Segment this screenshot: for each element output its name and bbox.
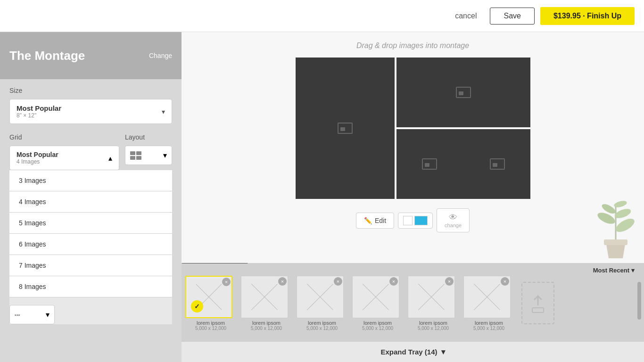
tray-image-item-3[interactable]: × lorem ipsom 5,000 x 12,000 [297, 276, 347, 331]
tray-image-item-1[interactable]: × ✓ lorem ipsom 5,000 x 12,000 [185, 276, 236, 331]
tray-image-name-1: lorem ipsom [185, 320, 236, 326]
plant-decoration [597, 192, 635, 258]
thumb-remove-btn-6[interactable]: × [501, 277, 509, 286]
montage-cell-2[interactable] [396, 58, 530, 127]
tray-image-item-2[interactable]: × lorem ipsom 5,000 x 12,000 [241, 276, 292, 331]
tray-image-item-6[interactable]: × lorem ipsom 5,000 x 12,000 [463, 276, 514, 331]
grid-option-4[interactable]: 4 Images [9, 191, 172, 213]
tray-image-dim-4: 5,000 x 12,000 [352, 326, 403, 331]
image-placeholder-icon-3 [422, 158, 437, 170]
grid-section: Grid Most Popular 4 Images ▴ [9, 133, 119, 170]
size-main: Most Popular [17, 104, 61, 112]
size-dropdown-text: Most Popular 8" × 12" [17, 104, 61, 119]
montage-toolbar: ✏️ Edit 👁 change [356, 208, 470, 232]
view-change-label: change [445, 222, 462, 228]
grid-option-8[interactable]: 8 Images [9, 276, 172, 297]
thumb-remove-btn-4[interactable]: × [389, 277, 398, 286]
grid-section-label: Grid [9, 133, 119, 141]
tray-image-thumb-4: × [352, 276, 399, 318]
tray-image-thumb-1: × ✓ [185, 276, 232, 318]
size-chevron-icon: ▾ [162, 108, 165, 115]
tray-image-dim-5: 5,000 x 12,000 [408, 326, 459, 331]
image-placeholder-icon-4 [490, 158, 505, 170]
montage-cell-1[interactable] [296, 58, 395, 199]
size-dropdown[interactable]: Most Popular 8" × 12" ▾ [9, 99, 172, 124]
svg-point-3 [614, 216, 635, 234]
drag-drop-label: Drag & drop images into montage [356, 41, 469, 50]
svg-marker-0 [606, 244, 625, 258]
topbar: cancel Save $139.95 · Finish Up [0, 0, 644, 32]
grid-dropdown-text: Most Popular 4 Images [17, 151, 58, 165]
tray-image-name-3: lorem ipsom [297, 320, 347, 326]
image-placeholder-icon-1 [338, 123, 353, 134]
image-placeholder-icon-2 [456, 87, 471, 98]
layout-chevron-icon: ▾ [163, 151, 167, 160]
tray-image-thumb-3: × [297, 276, 344, 318]
finish-up-button[interactable]: $139.95 · Finish Up [540, 7, 635, 25]
upload-icon [521, 282, 554, 324]
save-button[interactable]: Save [490, 8, 534, 25]
thumb-check-icon-1: ✓ [191, 300, 203, 313]
edit-label: Edit [375, 217, 386, 224]
layout-grid-icon [130, 151, 141, 160]
tray-scrollbar[interactable] [637, 282, 641, 320]
layout-dropdown[interactable]: ▾ [125, 146, 172, 165]
layout-second-dropdown[interactable]: ▪▪▪ ▾ [9, 305, 55, 324]
tray-image-name-6: lorem ipsom [463, 320, 514, 326]
tray-image-dim-2: 5,000 x 12,000 [241, 326, 292, 331]
tray-image-dim-3: 5,000 x 12,000 [297, 326, 347, 331]
layout-second-icon: ▪▪▪ [15, 312, 20, 318]
edit-pencil-icon: ✏️ [364, 217, 372, 224]
thumb-remove-btn-2[interactable]: × [278, 277, 287, 286]
tray-sort[interactable]: Most Recent ▾ [593, 267, 635, 274]
swatch-blue [414, 216, 428, 225]
edit-button[interactable]: ✏️ Edit [356, 213, 394, 229]
tray-image-item-5[interactable]: × lorem ipsom 5,000 x 12,000 [408, 276, 459, 331]
grid-option-3[interactable]: 3 Images [9, 170, 172, 191]
main-canvas: Drag & drop images into montage ✏️ Edit [182, 32, 644, 263]
sidebar-body: Size Most Popular 8" × 12" ▾ Grid Most P… [0, 79, 182, 332]
svg-rect-8 [532, 308, 544, 313]
tray-image-name-4: lorem ipsom [352, 320, 403, 326]
expand-tray-chevron-icon: ▾ [441, 347, 445, 356]
sidebar: The Montage Change Size Most Popular 8" … [0, 32, 182, 362]
tray-upload-item[interactable] [519, 282, 557, 324]
tray-image-item-4[interactable]: × lorem ipsom 5,000 x 12,000 [352, 276, 403, 331]
sidebar-header: The Montage Change [0, 32, 182, 79]
layout-second-chevron-icon: ▾ [46, 310, 50, 319]
sort-chevron-icon: ▾ [631, 267, 635, 274]
tray-image-dim-6: 5,000 x 12,000 [463, 326, 514, 331]
thumb-remove-btn-5[interactable]: × [445, 277, 454, 286]
size-section-label: Size [9, 87, 172, 94]
thumb-remove-btn-3[interactable]: × [334, 277, 342, 286]
svg-rect-1 [604, 239, 627, 245]
layout-section-label: Layout [125, 133, 172, 141]
change-link[interactable]: Change [149, 52, 172, 59]
expand-tray-label: Expand Tray (14) [380, 348, 437, 356]
montage-cell-3[interactable] [396, 129, 530, 199]
tray-image-thumb-5: × [408, 276, 455, 318]
hide-images-bar[interactable]: Hide Images ⌃ [182, 263, 248, 263]
tray-image-thumb-2: × [241, 276, 288, 318]
montage-grid [296, 58, 530, 199]
layout-section: Layout ▾ [125, 133, 172, 165]
swatch-white [403, 216, 413, 225]
grid-option-5[interactable]: 5 Images [9, 213, 172, 234]
grid-dropdown[interactable]: Most Popular 4 Images ▴ [9, 146, 119, 170]
tray-image-thumb-6: × [463, 276, 511, 318]
grid-sub: 4 Images [17, 158, 58, 165]
eye-icon: 👁 [449, 213, 457, 222]
tray-images: × ✓ lorem ipsom 5,000 x 12,000 × lorem i… [182, 263, 644, 341]
grid-layout-row: Grid Most Popular 4 Images ▴ Layout ▾ [9, 133, 172, 170]
sort-label: Most Recent [593, 267, 629, 274]
view-button[interactable]: 👁 change [437, 208, 470, 232]
image-tray: Hide Images ⌃ Most Recent ▾ × ✓ lorem ip… [182, 263, 644, 341]
tray-image-name-5: lorem ipsom [408, 320, 459, 326]
grid-main: Most Popular [17, 151, 58, 158]
color-swatch-group[interactable] [398, 213, 433, 229]
expand-tray-bar[interactable]: Expand Tray (14) ▾ [182, 341, 644, 362]
grid-option-7[interactable]: 7 Images [9, 255, 172, 276]
grid-option-6[interactable]: 6 Images [9, 234, 172, 255]
thumb-remove-btn-1[interactable]: × [222, 278, 231, 286]
cancel-button[interactable]: cancel [447, 8, 484, 24]
